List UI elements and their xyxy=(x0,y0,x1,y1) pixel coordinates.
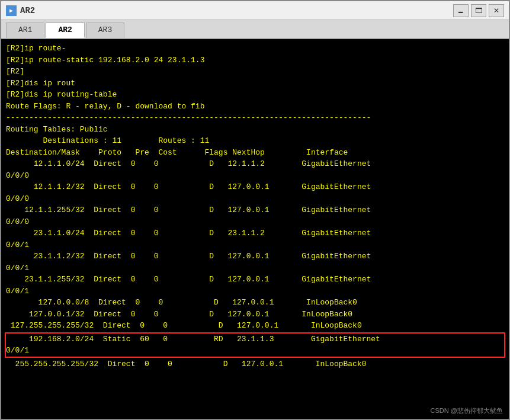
terminal-area[interactable]: [R2]ip route- [R2]ip route-static 192.16… xyxy=(1,39,509,419)
tab-ar3[interactable]: AR3 xyxy=(86,23,124,38)
window: ▶ AR2 🗕 🗖 ✕ AR1 AR2 AR3 [R2]ip route- [R… xyxy=(0,0,510,420)
term-route-1a: 12.1.1.2/32 Direct 0 0 D 127.0.0.1 Gigab… xyxy=(6,181,504,193)
term-route-lo2: 127.255.255.255/32 Direct 0 0 D 127.0.0.… xyxy=(6,320,504,332)
term-line-0: [R2]ip route- xyxy=(6,43,504,54)
tab-ar2[interactable]: AR2 xyxy=(46,23,84,38)
term-route-2a: 12.1.1.255/32 Direct 0 0 D 127.0.0.1 Gig… xyxy=(6,204,504,216)
term-line-4: [R2]dis ip routing-table xyxy=(6,89,504,101)
tab-ar1[interactable]: AR1 xyxy=(6,23,44,38)
term-route-5b: 0/0/1 xyxy=(6,286,504,297)
term-destinations: Destinations : 11 Routes : 11 xyxy=(6,135,504,147)
app-icon: ▶ xyxy=(6,5,17,16)
term-route-5a: 23.1.1.255/32 Direct 0 0 D 127.0.0.1 Gig… xyxy=(6,274,504,286)
tab-bar: AR1 AR2 AR3 xyxy=(1,20,509,39)
term-separator: ----------------------------------------… xyxy=(6,112,504,124)
term-route-lo0: 127.0.0.0/8 Direct 0 0 D 127.0.0.1 InLoo… xyxy=(6,297,504,309)
title-bar: ▶ AR2 🗕 🗖 ✕ xyxy=(1,1,509,20)
minimize-button[interactable]: 🗕 xyxy=(453,4,469,17)
title-bar-left: ▶ AR2 xyxy=(6,5,35,16)
highlighted-route-box: 192.168.2.0/24 Static 60 0 RD 23.1.1.3 G… xyxy=(5,332,505,358)
term-line-5: Route Flags: R - relay, D - download to … xyxy=(6,101,504,113)
term-route-0a: 12.1.1.0/24 Direct 0 0 D 12.1.1.2 Gigabi… xyxy=(6,158,504,170)
term-route-2b: 0/0/0 xyxy=(6,216,504,228)
term-route-1b: 0/0/0 xyxy=(6,193,504,205)
highlighted-route-line2: 0/0/1 xyxy=(6,345,504,357)
term-route-lo1: 127.0.0.1/32 Direct 0 0 D 127.0.0.1 InLo… xyxy=(6,309,504,320)
watermark: CSDN @悲伤抑郁大鱿鱼 xyxy=(431,406,503,415)
term-routing-tables: Routing Tables: Public xyxy=(6,124,504,136)
term-line-1: [R2]ip route-static 192.168.2.0 24 23.1.… xyxy=(6,54,504,66)
term-route-3a: 23.1.1.0/24 Direct 0 0 D 23.1.1.2 Gigabi… xyxy=(6,227,504,239)
term-line-2: [R2] xyxy=(6,66,504,78)
term-route-3b: 0/0/1 xyxy=(6,239,504,251)
term-route-0b: 0/0/0 xyxy=(6,170,504,182)
window-title: AR2 xyxy=(20,6,35,15)
highlighted-route-line1: 192.168.2.0/24 Static 60 0 RD 23.1.1.3 G… xyxy=(6,334,504,345)
term-line-3: [R2]dis ip rout xyxy=(6,78,504,89)
app-icon-text: ▶ xyxy=(9,7,13,14)
close-button[interactable]: ✕ xyxy=(489,4,504,17)
term-route-4a: 23.1.1.2/32 Direct 0 0 D 127.0.0.1 Gigab… xyxy=(6,251,504,262)
restore-button[interactable]: 🗖 xyxy=(471,4,486,17)
term-header: Destination/Mask Proto Pre Cost Flags Ne… xyxy=(6,147,504,159)
window-controls: 🗕 🗖 ✕ xyxy=(453,4,504,17)
term-route-4b: 0/0/1 xyxy=(6,262,504,274)
term-last-line: 255.255.255.255/32 Direct 0 0 D 127.0.0.… xyxy=(6,358,504,370)
